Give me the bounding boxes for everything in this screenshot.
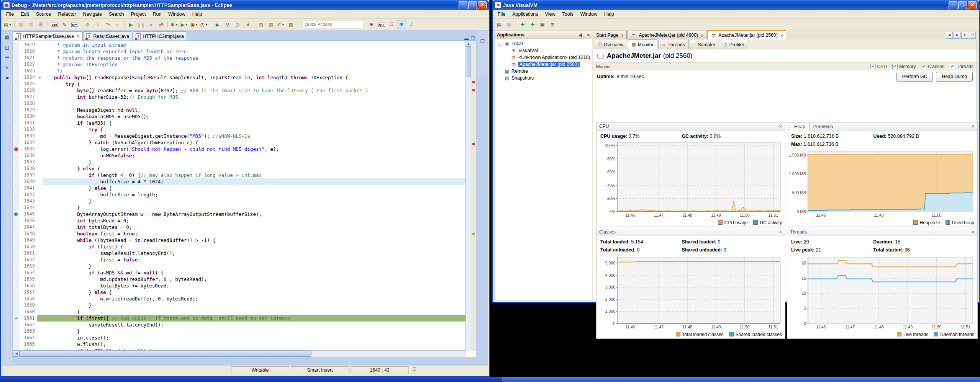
fold-marker[interactable] <box>37 81 43 87</box>
code-line[interactable]: 1631 if (asMD5) { <box>13 120 466 126</box>
open-mp-view-button[interactable]: MP <box>70 20 79 29</box>
visualvm-menu-file[interactable]: File <box>494 10 509 18</box>
code-line[interactable]: 1647 int totalBytes = 0; <box>13 224 466 230</box>
fold-marker[interactable] <box>37 315 43 322</box>
minimize-panel-icon[interactable]: ◀▏ <box>578 33 584 37</box>
line-number[interactable]: 1657 <box>19 289 37 295</box>
code-text[interactable]: int totalBytes = 0; <box>43 224 466 230</box>
code-text[interactable]: boolean first = true; <box>43 230 466 237</box>
eclipse-menu-source[interactable]: Source <box>33 10 55 18</box>
fold-marker[interactable] <box>37 94 43 100</box>
fold-marker[interactable] <box>37 302 43 309</box>
code-line[interactable]: 1628 <box>13 100 466 107</box>
ruler-marker[interactable] <box>472 143 475 145</box>
gutter-annotation[interactable] <box>13 230 19 237</box>
dropdown-arrow-icon[interactable]: ▼ <box>175 23 178 26</box>
load-snapshot-button[interactable]: ▤ <box>495 20 504 29</box>
code-text[interactable]: w.flush(); <box>43 341 466 348</box>
code-text[interactable]: } <box>43 302 466 309</box>
gutter-annotation[interactable] <box>13 113 19 120</box>
code-text[interactable]: * @param in input stream <box>43 42 466 48</box>
code-text[interactable]: bufferSize = length; <box>43 191 466 198</box>
code-line[interactable]: 1630 boolean asMD5 = useMD5(); <box>13 113 466 120</box>
line-number[interactable]: 1621 <box>19 55 37 61</box>
gutter-annotation[interactable] <box>13 256 19 263</box>
annotate-button[interactable]: ✐▼ <box>276 20 285 29</box>
fold-marker[interactable] <box>37 328 43 335</box>
code-line[interactable]: 1622 * @throws IOException <box>13 61 466 68</box>
coverage-button[interactable]: ◉▼ <box>190 20 199 29</box>
tree-item-local[interactable]: −▣Local <box>495 40 592 47</box>
fold-marker[interactable] <box>37 191 43 198</box>
code-line[interactable]: 1638 } else { <box>13 165 466 172</box>
code-line[interactable]: 1664 in.close(); <box>13 335 466 341</box>
fold-marker[interactable] <box>37 48 43 55</box>
maximize-editor-icon[interactable]: ❐ <box>471 36 475 41</box>
open-perspective-button[interactable]: ⊞ <box>367 20 376 29</box>
line-number[interactable]: 1639 <box>19 172 37 178</box>
code-text[interactable]: * @param length expected input length or… <box>43 48 466 55</box>
close-panel-icon[interactable]: ✕ <box>779 124 782 129</box>
code-line[interactable]: 1620 * @param length expected input leng… <box>13 48 466 55</box>
gutter-annotation[interactable] <box>13 250 19 256</box>
close-tab-icon[interactable]: ✕ <box>77 34 80 38</box>
gutter-annotation[interactable] <box>13 341 19 348</box>
dropdown-arrow-icon[interactable]: ▼ <box>205 23 208 26</box>
gutter-annotation[interactable] <box>13 302 19 309</box>
line-number[interactable]: 1627 <box>19 94 37 100</box>
ruler-marker[interactable] <box>472 89 475 91</box>
code-text[interactable]: sampleResult.latencyEnd(); <box>43 322 466 328</box>
code-line[interactable]: →1661 if (first){ // Bug 46838 - if ther… <box>13 315 466 322</box>
run-button[interactable]: ▶▼ <box>180 20 189 29</box>
code-line[interactable]: 1649 while ((bytesRead = in.read(readBuf… <box>13 237 466 243</box>
fold-marker[interactable]: ⊖ <box>37 74 43 81</box>
snippets-view-icon[interactable]: ✎ <box>2 64 12 73</box>
eclipse-menu-help[interactable]: Help <box>189 10 206 18</box>
last-edit-button[interactable]: ◎ <box>233 20 242 29</box>
vertical-scroll-thumb[interactable] <box>466 46 471 77</box>
eclipse-titlebar[interactable]: ◉ Debug - JMeter/src/org/apache/jmeter/p… <box>1 0 489 10</box>
code-line[interactable]: 1650 if (first) { <box>13 243 466 250</box>
code-text[interactable]: ByteArrayOutputStream w = new ByteArrayO… <box>43 211 466 217</box>
code-text[interactable]: } <box>43 263 466 269</box>
code-text[interactable]: } <box>43 309 466 315</box>
line-number[interactable]: 1642 <box>19 191 37 198</box>
restore-button[interactable]: ❐ <box>958 1 967 9</box>
tree-item--unknown-application-pid-1216-[interactable]: ☕<Unknown Application> (pid 1216) <box>495 54 592 61</box>
code-text[interactable]: sampleResult.latencyEnd(); <box>43 250 466 256</box>
code-text[interactable]: try { <box>43 81 466 87</box>
fold-marker[interactable] <box>37 243 43 250</box>
line-number[interactable]: 1665 <box>19 341 37 348</box>
line-number[interactable]: 1637 <box>19 159 37 165</box>
subtab-overview[interactable]: ⓘOverview <box>594 40 627 49</box>
gutter-annotation[interactable] <box>13 237 19 243</box>
line-number[interactable]: 1645 <box>19 211 37 217</box>
quick-access-input[interactable] <box>303 21 363 28</box>
code-text[interactable]: try { <box>43 126 466 133</box>
line-number[interactable]: 1660 <box>19 309 37 315</box>
gutter-annotation[interactable] <box>13 139 19 146</box>
eclipse-menu-navigate[interactable]: Navigate <box>80 10 105 18</box>
line-number[interactable]: 1643 <box>19 198 37 204</box>
line-number[interactable]: 1640 <box>19 178 37 185</box>
resume-button[interactable]: ▶ <box>126 20 136 29</box>
code-line[interactable]: 1655 md.update(readBuffer, 0 , bytesRead… <box>13 276 466 282</box>
code-text[interactable]: bufferSize = 4 * 1024; <box>43 178 466 185</box>
gutter-annotation[interactable] <box>13 328 19 335</box>
line-number[interactable]: 1635 <box>19 146 37 152</box>
code-text[interactable]: * @return the response or the MD5 of the… <box>43 55 466 61</box>
code-text[interactable]: if (first){ // Bug 46838 - if there was … <box>43 315 466 322</box>
step-over-button[interactable]: ↷ <box>103 20 112 29</box>
gutter-annotation[interactable] <box>13 152 19 159</box>
fold-marker[interactable] <box>37 217 43 224</box>
fold-marker[interactable] <box>37 126 43 133</box>
scroll-tabs-right-button[interactable]: ▶ <box>954 32 960 39</box>
code-line[interactable]: 1665 w.flush(); <box>13 341 466 348</box>
visualvm-menu-applications[interactable]: Applications <box>509 10 541 18</box>
line-number[interactable]: 1638 <box>19 165 37 172</box>
code-text[interactable]: first = false; <box>43 256 466 263</box>
code-line[interactable]: 1663 } <box>13 328 466 335</box>
gutter-annotation[interactable] <box>13 61 19 68</box>
line-number[interactable]: 1662 <box>19 322 37 328</box>
code-line[interactable]: 1657 } else { <box>13 289 466 295</box>
